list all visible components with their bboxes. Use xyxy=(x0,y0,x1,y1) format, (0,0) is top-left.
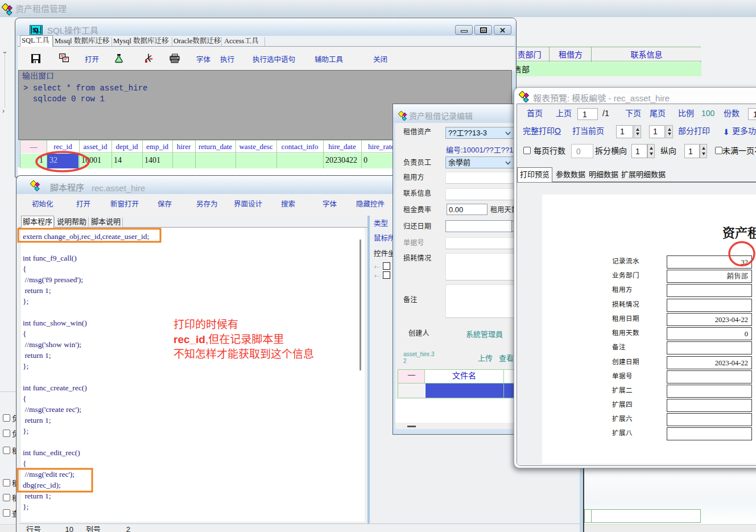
svg-text:SQL: SQL xyxy=(32,27,40,34)
